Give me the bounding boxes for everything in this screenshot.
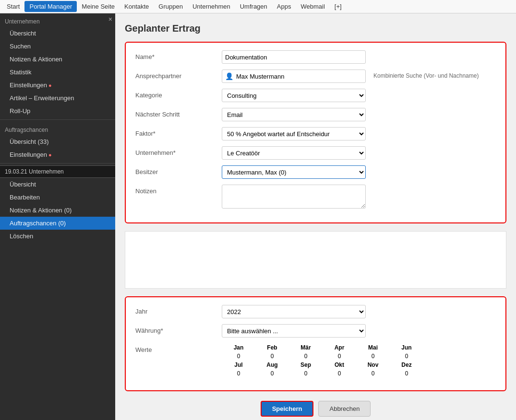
save-button[interactable]: Speichern — [261, 401, 314, 417]
unternehmen-control: Le Creatöör — [222, 146, 366, 160]
naechster-schritt-label: Nächster Schritt — [135, 108, 222, 118]
notizen-textarea[interactable] — [222, 185, 366, 209]
faktor-control: 50 % Angebot wartet auf Entscheidur — [222, 127, 366, 140]
nav-webmail[interactable]: Webmail — [296, 1, 329, 12]
sidebar-item-auftragschancen[interactable]: Auftragschancen (0) — [0, 217, 115, 230]
ansprechpartner-hint: Kombinierte Suche (Vor- und Nachname) — [373, 70, 479, 79]
form-card-1: Name* Ansprechpartner 👤 Max Mustermann K… — [125, 42, 506, 223]
val-mar: 0 — [289, 352, 323, 361]
waehrung-row: Währung* Bitte auswählen ... — [135, 324, 496, 338]
sidebar-item-ubersicht1[interactable]: Übersicht — [0, 27, 115, 40]
sidebar-item-einstellungen1[interactable]: Einstellungen ● — [0, 79, 115, 92]
sidebar-item-rollup[interactable]: Roll-Up — [0, 105, 115, 117]
nav-start[interactable]: Start — [2, 1, 24, 12]
sidebar-item-loschen[interactable]: Löschen — [0, 230, 115, 243]
val-apr: 0 — [323, 352, 356, 361]
sidebar-item-statistik[interactable]: Statistik — [0, 66, 115, 79]
faktor-row: Faktor* 50 % Angebot wartet auf Entschei… — [135, 127, 496, 141]
main-layout: × Unternehmen Übersicht Suchen Notizen &… — [0, 13, 516, 420]
unternehmen-select[interactable]: Le Creatöör — [222, 146, 366, 160]
sidebar: × Unternehmen Übersicht Suchen Notizen &… — [0, 13, 115, 420]
page-title: Geplanter Ertrag — [125, 23, 506, 34]
nav-gruppen[interactable]: Gruppen — [154, 1, 188, 12]
naechster-schritt-control: Email — [222, 108, 366, 121]
kategorie-select[interactable]: Consulting — [222, 89, 366, 102]
month-feb: Feb — [255, 343, 289, 352]
sidebar-item-artikel-erweiterungen[interactable]: Artikel – Erweiterungen — [0, 92, 115, 105]
val-jan: 0 — [222, 352, 255, 361]
nav-meine-seite[interactable]: Meine Seite — [77, 1, 120, 12]
empty-section — [125, 231, 506, 289]
ansprechpartner-input[interactable]: 👤 Max Mustermann — [222, 70, 366, 83]
val-mai: 0 — [356, 352, 390, 361]
werte-label: Werte — [135, 343, 222, 353]
month-aug: Aug — [255, 361, 289, 369]
sidebar-section-unternehmen: Unternehmen — [0, 13, 115, 27]
sidebar-item-einstellungen2[interactable]: Einstellungen ● — [0, 148, 115, 161]
ansprechpartner-row: Ansprechpartner 👤 Max Mustermann Kombini… — [135, 70, 496, 84]
sidebar-item-ubersicht2[interactable]: Übersicht (33) — [0, 135, 115, 148]
month-apr: Apr — [323, 343, 356, 352]
waehrung-select[interactable]: Bitte auswählen ... — [222, 324, 366, 338]
close-icon[interactable]: × — [108, 15, 112, 23]
nav-unternehmen[interactable]: Unternehmen — [188, 1, 235, 12]
kategorie-row: Kategorie Consulting — [135, 89, 496, 103]
jahr-control: 2022 — [222, 305, 366, 318]
unternehmen-label: Unternehmen* — [135, 146, 222, 156]
top-navigation: Start Portal Manager Meine Seite Kontakt… — [0, 0, 516, 13]
month-jun: Jun — [390, 343, 423, 352]
werte-table: Jan Feb Mär Apr Mai Jun 0 0 0 0 0 0 — [222, 343, 423, 378]
faktor-select[interactable]: 50 % Angebot wartet auf Entscheidur — [222, 127, 366, 140]
name-input[interactable] — [222, 50, 366, 64]
month-sep: Sep — [289, 361, 323, 369]
separator2 — [0, 163, 115, 163]
badge-einstellungen1: ● — [47, 82, 52, 88]
werte-row: Werte Jan Feb Mär Apr Mai Jun 0 0 0 0 — [135, 343, 496, 378]
nav-plus[interactable]: [+] — [330, 1, 347, 12]
nav-apps[interactable]: Apps — [272, 1, 296, 12]
month-mai: Mai — [356, 343, 390, 352]
notizen-label: Notizen — [135, 185, 222, 195]
month-dez: Dez — [390, 361, 423, 369]
sidebar-item-notizen-aktionen1[interactable]: Notizen & Aktionen — [0, 53, 115, 66]
month-jan: Jan — [222, 343, 255, 352]
val-aug: 0 — [255, 369, 289, 378]
val-dez: 0 — [390, 369, 423, 378]
nav-umfragen[interactable]: Umfragen — [235, 1, 272, 12]
sidebar-item-notizen-aktionen2[interactable]: Notizen & Aktionen (0) — [0, 204, 115, 217]
jahr-select[interactable]: 2022 — [222, 305, 366, 318]
naechster-schritt-select[interactable]: Email — [222, 108, 366, 121]
val-feb: 0 — [255, 352, 289, 361]
sidebar-item-ubersicht3[interactable]: Übersicht — [0, 178, 115, 191]
values-row-2: 0 0 0 0 0 0 — [222, 369, 423, 378]
months-row-1: Jan Feb Mär Apr Mai Jun — [222, 343, 423, 352]
form-card-2: Jahr 2022 Währung* Bitte auswählen ... — [125, 296, 506, 391]
main-content: Geplanter Ertrag Name* Ansprechpartner 👤… — [115, 13, 516, 420]
sidebar-item-bearbeiten[interactable]: Bearbeiten — [0, 191, 115, 204]
nav-portal-manager[interactable]: Portal Manager — [24, 1, 77, 12]
kategorie-label: Kategorie — [135, 89, 222, 99]
month-jul: Jul — [222, 361, 255, 369]
badge-einstellungen2: ● — [47, 152, 52, 158]
months-row-2: Jul Aug Sep Okt Nov Dez — [222, 361, 423, 369]
month-okt: Okt — [323, 361, 356, 369]
month-nov: Nov — [356, 361, 390, 369]
sidebar-date-label: 19.03.21 Unternehmen — [0, 165, 115, 178]
sidebar-item-suchen[interactable]: Suchen — [0, 40, 115, 53]
besitzer-select[interactable]: Mustermann, Max (0) — [222, 165, 366, 179]
sidebar-section-auftragschancen: Auftragschancen — [0, 122, 115, 135]
ansprechpartner-control: 👤 Max Mustermann — [222, 70, 366, 83]
name-control — [222, 50, 366, 64]
notizen-control — [222, 185, 366, 210]
month-mar: Mär — [289, 343, 323, 352]
cancel-button[interactable]: Abbrechen — [318, 401, 371, 417]
name-row: Name* — [135, 50, 496, 65]
name-label: Name* — [135, 50, 222, 60]
val-jun: 0 — [390, 352, 423, 361]
val-jul: 0 — [222, 369, 255, 378]
waehrung-control: Bitte auswählen ... — [222, 324, 366, 338]
nav-kontakte[interactable]: Kontakte — [120, 1, 154, 12]
besitzer-label: Besitzer — [135, 165, 222, 175]
kategorie-control: Consulting — [222, 89, 366, 102]
besitzer-row: Besitzer Mustermann, Max (0) — [135, 165, 496, 180]
